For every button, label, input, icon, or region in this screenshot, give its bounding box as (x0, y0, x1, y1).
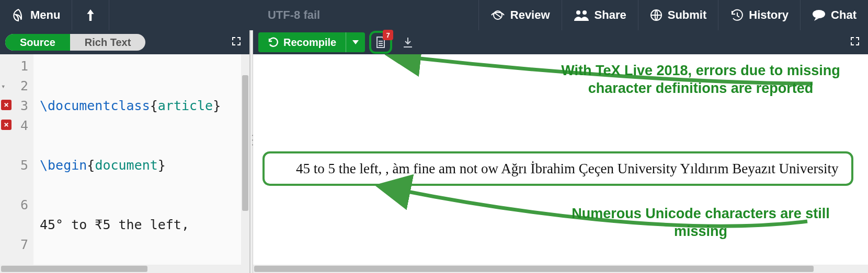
history-button-label: History (749, 8, 789, 22)
svg-point-5 (813, 10, 825, 18)
recompile-dropdown[interactable] (346, 32, 365, 52)
caret-down-icon (352, 40, 359, 44)
code-line: \documentclass{article} (40, 96, 249, 116)
code-body[interactable]: \documentclass{article} \begin{document}… (33, 54, 249, 273)
line-number: 3 (0, 96, 28, 116)
people-icon (574, 9, 589, 21)
svg-point-2 (576, 10, 580, 15)
pdf-view[interactable]: With TeX Live 2018, errors due to missin… (253, 54, 868, 273)
expand-icon (850, 37, 860, 46)
logs-button[interactable]: 7 (369, 31, 392, 54)
top-toolbar: Menu UTF-8 fail Review Share Submit Hist… (0, 0, 868, 30)
expand-icon (232, 37, 241, 46)
review-button[interactable]: Review (478, 0, 562, 30)
pdf-horizontal-scrollbar[interactable] (253, 265, 868, 273)
line-number: 6 (0, 195, 28, 235)
line-gutter: 1 2 3 4 5 6 7 (0, 54, 33, 273)
code-editor[interactable]: 1 2 3 4 5 6 7 \documentclass{article} \b… (0, 54, 249, 273)
menu-button[interactable]: Menu (0, 0, 72, 30)
line-number: 5 (0, 156, 28, 195)
history-button[interactable]: History (718, 0, 800, 30)
line-number: 1 (0, 56, 28, 76)
arrow-up-icon (86, 9, 95, 21)
project-title: UTF-8 fail (109, 8, 478, 22)
download-icon (402, 37, 414, 48)
line-number: 2 (0, 76, 28, 96)
submit-button-label: Submit (668, 8, 707, 22)
leaf-logo-icon (12, 8, 25, 22)
scrollbar-thumb[interactable] (1, 266, 147, 272)
editor-mode-group: Source Rich Text (5, 34, 145, 51)
refresh-icon (268, 37, 278, 48)
editor-tabbar: Source Rich Text (0, 30, 249, 54)
chat-button[interactable]: Chat (800, 0, 868, 30)
richtext-tab[interactable]: Rich Text (70, 34, 146, 51)
scrollbar-thumb[interactable] (242, 75, 248, 211)
editor-horizontal-scrollbar[interactable] (0, 265, 249, 273)
code-line: \begin{document} (40, 156, 249, 175)
expand-preview-button[interactable] (847, 33, 863, 51)
toolbar-left: Menu (0, 0, 109, 30)
editor-vertical-scrollbar[interactable] (241, 54, 249, 273)
annotation-text: With TeX Live 2018, errors due to missin… (554, 62, 847, 97)
up-button[interactable] (72, 0, 109, 30)
line-number: 7 (0, 235, 28, 255)
recompile-button-label: Recompile (283, 37, 336, 49)
share-button[interactable]: Share (562, 0, 638, 30)
share-button-label: Share (595, 8, 626, 22)
source-tab[interactable]: Source (5, 34, 70, 51)
menu-button-label: Menu (30, 8, 60, 22)
chat-icon (812, 9, 826, 21)
svg-line-1 (494, 13, 501, 18)
main-area: Source Rich Text 1 2 3 4 5 6 7 \document… (0, 30, 868, 273)
scrollbar-thumb[interactable] (254, 266, 814, 272)
svg-point-3 (583, 10, 587, 15)
editor-pane: Source Rich Text 1 2 3 4 5 6 7 \document… (0, 30, 250, 273)
review-button-label: Review (510, 8, 550, 22)
pdf-toolbar: Recompile 7 (253, 30, 868, 54)
globe-icon (650, 9, 663, 21)
review-icon (490, 9, 505, 21)
error-count-badge: 7 (383, 30, 393, 40)
preview-pane: Recompile 7 With TeX Li (253, 30, 868, 273)
line-number: 4 (0, 116, 28, 156)
expand-editor-button[interactable] (229, 33, 244, 51)
history-icon (730, 9, 744, 21)
code-line: 45° to ₹5 the left, (40, 215, 249, 235)
download-pdf-button[interactable] (398, 33, 417, 52)
toolbar-right: Review Share Submit History Chat (478, 0, 868, 30)
submit-button[interactable]: Submit (638, 0, 718, 30)
recompile-button[interactable]: Recompile (258, 32, 365, 52)
annotation-text: Numerous Unicode characters are still mi… (554, 205, 847, 240)
chat-button-label: Chat (831, 8, 856, 22)
